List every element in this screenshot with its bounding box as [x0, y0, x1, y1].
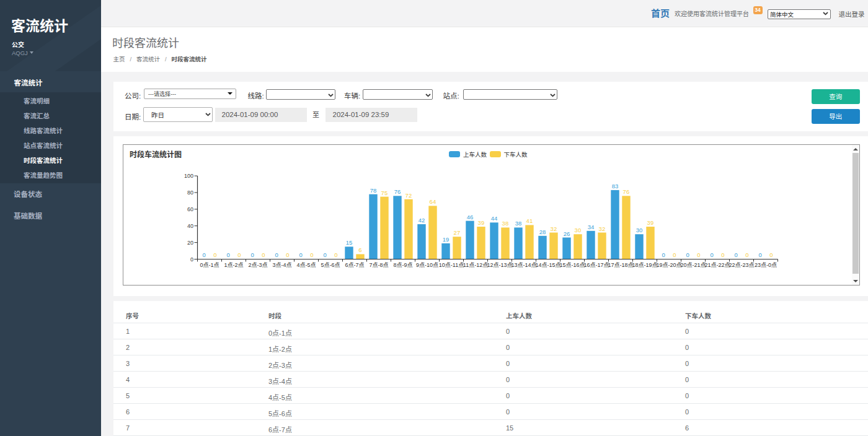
svg-text:3点-4点: 3点-4点: [272, 262, 291, 268]
svg-text:46: 46: [466, 214, 473, 220]
svg-text:40: 40: [187, 223, 193, 229]
svg-text:78: 78: [370, 187, 376, 194]
svg-text:6: 6: [358, 246, 361, 253]
svg-text:0: 0: [237, 251, 241, 258]
svg-text:0: 0: [769, 251, 773, 258]
svg-text:0: 0: [673, 251, 676, 258]
svg-text:0: 0: [190, 256, 193, 263]
svg-text:15: 15: [345, 239, 352, 246]
svg-text:0: 0: [262, 251, 265, 258]
svg-text:41: 41: [526, 217, 533, 224]
svg-text:39: 39: [477, 219, 484, 226]
svg-text:13点-14点: 13点-14点: [511, 262, 536, 268]
svg-text:0: 0: [745, 251, 748, 258]
svg-text:16点-17点: 16点-17点: [583, 262, 609, 268]
svg-text:0: 0: [686, 251, 689, 258]
svg-text:27: 27: [453, 229, 460, 236]
svg-text:2点-3点: 2点-3点: [248, 262, 267, 268]
svg-text:83: 83: [611, 183, 618, 190]
svg-text:23点-0点: 23点-0点: [754, 262, 776, 268]
svg-text:42: 42: [418, 217, 425, 224]
svg-text:34: 34: [587, 224, 594, 230]
svg-text:76: 76: [622, 188, 629, 195]
svg-text:26: 26: [563, 230, 570, 237]
svg-text:20: 20: [187, 240, 193, 246]
svg-text:32: 32: [598, 225, 605, 232]
svg-text:5点-6点: 5点-6点: [321, 262, 340, 268]
svg-text:10点-11点: 10点-11点: [438, 262, 463, 268]
svg-text:38: 38: [515, 220, 521, 227]
svg-text:39: 39: [647, 219, 653, 226]
svg-text:9点-10点: 9点-10点: [415, 262, 438, 268]
svg-text:30: 30: [636, 227, 642, 233]
svg-text:0: 0: [710, 251, 713, 258]
svg-text:0: 0: [734, 251, 737, 258]
svg-text:18点-19点: 18点-19点: [632, 262, 657, 268]
svg-text:0: 0: [299, 251, 302, 258]
svg-text:80: 80: [187, 190, 193, 196]
svg-text:0: 0: [275, 251, 278, 258]
svg-text:0: 0: [323, 251, 326, 258]
svg-text:44: 44: [490, 215, 497, 222]
svg-text:7点-8点: 7点-8点: [369, 262, 388, 268]
svg-text:0: 0: [310, 251, 313, 258]
svg-text:12点-13点: 12点-13点: [487, 262, 512, 268]
svg-text:75: 75: [381, 190, 388, 196]
svg-text:0: 0: [662, 251, 665, 258]
svg-text:0: 0: [202, 251, 205, 258]
svg-text:64: 64: [429, 198, 436, 205]
svg-text:4点-5点: 4点-5点: [296, 262, 316, 268]
svg-text:30: 30: [574, 227, 581, 233]
svg-text:0: 0: [758, 251, 761, 258]
svg-text:14点-15点: 14点-15点: [535, 262, 560, 268]
svg-text:15点-16点: 15点-16点: [559, 262, 585, 268]
svg-text:22点-23点: 22点-23点: [728, 262, 754, 268]
svg-text:76: 76: [394, 188, 401, 195]
svg-text:28: 28: [539, 229, 546, 235]
svg-text:6点-7点: 6点-7点: [345, 262, 364, 268]
svg-text:19: 19: [442, 236, 449, 243]
svg-text:8点-9点: 8点-9点: [393, 262, 412, 268]
svg-text:0: 0: [250, 251, 254, 258]
svg-text:20点-21点: 20点-21点: [680, 262, 706, 268]
svg-text:0: 0: [286, 251, 289, 258]
svg-text:0点-1点: 0点-1点: [200, 262, 219, 268]
svg-text:0: 0: [213, 251, 216, 258]
svg-text:1点-2点: 1点-2点: [224, 262, 243, 268]
svg-text:0: 0: [334, 251, 337, 258]
svg-text:0: 0: [226, 251, 229, 258]
svg-text:19点-20点: 19点-20点: [656, 262, 681, 268]
svg-text:17点-18点: 17点-18点: [608, 262, 633, 268]
svg-text:0: 0: [721, 251, 724, 258]
svg-text:32: 32: [550, 225, 557, 232]
svg-text:38: 38: [502, 220, 508, 227]
svg-text:0: 0: [697, 251, 700, 258]
svg-text:21点-22点: 21点-22点: [704, 262, 730, 268]
svg-text:60: 60: [187, 206, 193, 212]
svg-text:100: 100: [184, 173, 193, 179]
svg-text:72: 72: [405, 192, 412, 199]
svg-text:11点-12点: 11点-12点: [463, 262, 487, 268]
